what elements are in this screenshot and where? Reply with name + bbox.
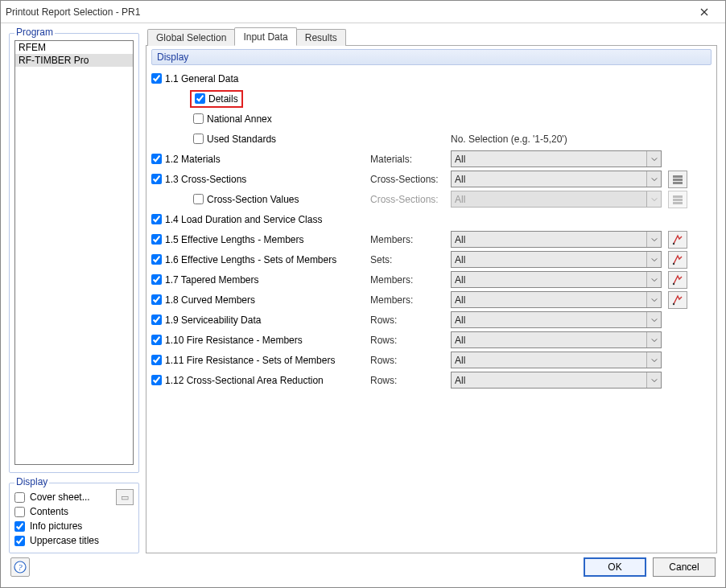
btn-pick-efflen-m[interactable] <box>668 231 687 249</box>
btn-crossvals-library <box>668 191 687 208</box>
cap-efflen-s: Sets: <box>370 254 448 265</box>
lbl-efflen-m: 1.5 Effective Lengths - Members <box>165 234 304 245</box>
svg-text:?: ? <box>18 562 23 572</box>
cap-tapered: Members: <box>370 274 448 286</box>
program-item-rfem[interactable]: RFEM <box>15 41 133 54</box>
sel-cross[interactable]: All <box>451 171 662 187</box>
opt-info-checkbox[interactable] <box>14 521 25 532</box>
btn-cross-library[interactable] <box>668 171 687 188</box>
opt-upper-label: Uppercase titles <box>30 535 99 546</box>
cap-area-red: Rows: <box>370 375 448 386</box>
dialog-window: Printout Report Selection - PR1 Program … <box>0 0 726 588</box>
lbl-load: 1.4 Load Duration and Service Class <box>165 214 322 225</box>
chevron-down-icon <box>646 332 661 347</box>
help-button[interactable]: ? <box>10 557 30 577</box>
program-list[interactable]: RFEM RF-TIMBER Pro <box>14 40 134 465</box>
sel-service[interactable]: All <box>451 311 662 328</box>
cb-general[interactable] <box>151 73 162 84</box>
sel-tapered[interactable]: All <box>451 271 662 288</box>
row-crossvals: Cross-Section Values Cross-Sections: All <box>151 189 712 209</box>
opt-contents-row: Contents <box>14 504 134 519</box>
chevron-down-icon <box>646 191 661 207</box>
lbl-cross: 1.3 Cross-Sections <box>165 174 246 185</box>
chevron-down-icon <box>646 252 661 267</box>
btn-pick-curved[interactable] <box>668 291 687 309</box>
cb-materials[interactable] <box>151 154 162 164</box>
lbl-efflen-s: 1.6 Effective Lengths - Sets of Members <box>165 254 336 265</box>
row-service: 1.9 Serviceability Data Rows: All <box>151 310 712 330</box>
row-fire-s: 1.11 Fire Resistance - Sets of Members R… <box>151 350 712 370</box>
cb-curved[interactable] <box>151 294 162 305</box>
pick-icon <box>672 234 683 245</box>
chevron-down-icon <box>646 312 661 327</box>
cb-service[interactable] <box>151 315 162 325</box>
dialog-footer: ? OK Cancel <box>1 553 725 587</box>
row-general: 1.1 General Data <box>151 68 712 88</box>
opt-cover-checkbox[interactable] <box>14 492 25 503</box>
cb-fire-m[interactable] <box>151 335 162 345</box>
program-item-rftimber[interactable]: RF-TIMBER Pro <box>15 54 133 67</box>
cap-service: Rows: <box>370 315 448 326</box>
titlebar: Printout Report Selection - PR1 <box>1 1 725 23</box>
sel-curved-value: All <box>455 294 465 306</box>
cb-standards[interactable] <box>193 134 204 144</box>
sel-tapered-value: All <box>455 274 465 286</box>
sel-area-red[interactable]: All <box>451 372 662 389</box>
cb-tapered[interactable] <box>151 274 162 285</box>
chevron-down-icon <box>646 151 661 167</box>
details-highlight-box: Details <box>190 90 243 108</box>
sel-fire-s[interactable]: All <box>451 352 662 368</box>
btn-pick-tapered[interactable] <box>668 271 687 289</box>
row-efflen-s: 1.6 Effective Lengths - Sets of Members … <box>151 249 712 269</box>
lbl-annex: National Annex <box>207 113 272 125</box>
cb-area-red[interactable] <box>151 375 162 385</box>
close-icon <box>700 8 708 16</box>
cb-efflen-s[interactable] <box>151 254 162 265</box>
cb-fire-s[interactable] <box>151 355 162 365</box>
opt-upper-checkbox[interactable] <box>14 536 25 546</box>
cb-efflen-m[interactable] <box>151 234 162 245</box>
sel-efflen-m[interactable]: All <box>451 231 662 248</box>
lbl-tapered: 1.7 Tapered Members <box>165 274 259 286</box>
cb-crossvals[interactable] <box>193 194 204 204</box>
cb-annex[interactable] <box>193 113 204 124</box>
row-details: Details <box>151 88 712 109</box>
chevron-down-icon <box>646 272 661 287</box>
program-group: Program RFEM RF-TIMBER Pro <box>9 33 139 473</box>
cb-cross[interactable] <box>151 174 162 184</box>
ok-button[interactable]: OK <box>584 557 646 577</box>
tab-global[interactable]: Global Selection <box>147 29 235 46</box>
lbl-details: Details <box>208 93 238 105</box>
tab-panel-input: Display 1.1 General Data Details <box>146 46 717 553</box>
opt-upper-row: Uppercase titles <box>14 533 134 548</box>
sel-fire-m[interactable]: All <box>451 331 662 348</box>
page-icon: ▭ <box>121 492 129 503</box>
sel-efflen-s-value: All <box>455 254 465 265</box>
svg-point-11 <box>673 302 674 304</box>
cover-settings-button[interactable]: ▭ <box>116 489 134 505</box>
sel-efflen-s[interactable]: All <box>451 251 662 268</box>
cb-details[interactable] <box>195 93 205 104</box>
tab-results[interactable]: Results <box>296 29 346 46</box>
opt-contents-checkbox[interactable] <box>14 507 25 517</box>
help-icon: ? <box>14 561 27 574</box>
sel-materials-value: All <box>455 154 465 165</box>
btn-pick-efflen-s[interactable] <box>668 251 687 269</box>
dialog-body: Program RFEM RF-TIMBER Pro Display Cover… <box>1 23 725 553</box>
sel-materials[interactable]: All <box>451 150 662 167</box>
display-group: Display Cover sheet... ▭ Contents Info p… <box>9 483 139 553</box>
sel-fire-s-value: All <box>455 355 465 366</box>
cb-load[interactable] <box>151 214 162 224</box>
cap-fire-s: Rows: <box>370 355 448 366</box>
display-label: Display <box>14 476 49 487</box>
row-cross: 1.3 Cross-Sections Cross-Sections: All <box>151 169 712 189</box>
close-button[interactable] <box>688 2 720 22</box>
sel-area-red-value: All <box>455 375 465 386</box>
lbl-curved: 1.8 Curved Members <box>165 294 255 306</box>
cancel-button[interactable]: Cancel <box>653 557 716 577</box>
lbl-crossvals: Cross-Section Values <box>207 194 299 205</box>
svg-rect-2 <box>673 175 683 178</box>
tab-input[interactable]: Input Data <box>234 27 296 46</box>
sel-curved[interactable]: All <box>451 291 662 308</box>
svg-point-10 <box>673 282 674 284</box>
